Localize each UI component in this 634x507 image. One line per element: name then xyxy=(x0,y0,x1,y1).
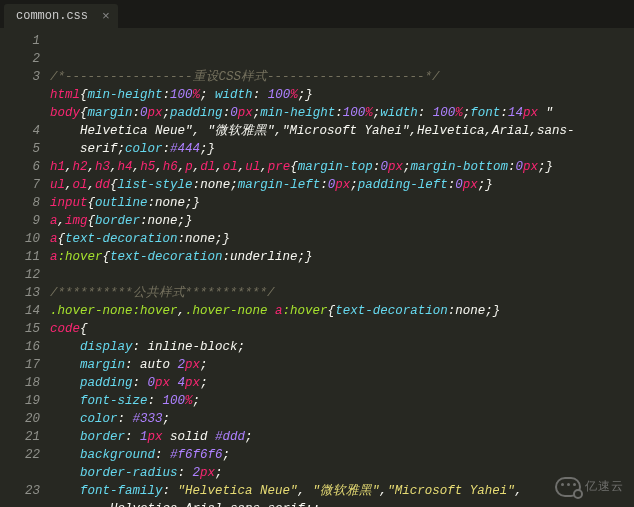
token: 0 xyxy=(380,160,388,174)
token: { xyxy=(80,88,88,102)
token: % xyxy=(185,394,193,408)
token: background xyxy=(80,448,155,462)
token: margin xyxy=(88,106,133,120)
code-line[interactable]: margin: auto 2px; xyxy=(50,356,634,374)
code-line[interactable]: ul,ol,dd{list-style:none;margin-left:0px… xyxy=(50,176,634,194)
token: .hover-none xyxy=(50,304,133,318)
token xyxy=(50,376,80,390)
token: ; xyxy=(230,178,238,192)
token: 4 xyxy=(178,376,186,390)
tab-title: common.css xyxy=(16,9,88,23)
token: % xyxy=(290,88,298,102)
code-line[interactable]: Helvetica,Arial,sans-serif;; xyxy=(50,500,634,507)
token: px xyxy=(463,178,478,192)
token: none xyxy=(455,304,485,318)
token: margin-bottom xyxy=(410,160,508,174)
tab-common-css[interactable]: common.css × xyxy=(4,4,118,28)
code-line[interactable]: padding: 0px 4px; xyxy=(50,374,634,392)
token: px xyxy=(155,376,170,390)
token: ul xyxy=(50,178,65,192)
token: h1 xyxy=(50,160,65,174)
code-line[interactable]: code{ xyxy=(50,320,634,338)
token: h3 xyxy=(95,160,110,174)
token: 2 xyxy=(178,358,186,372)
line-number: 14 xyxy=(0,302,40,320)
token: list-style xyxy=(118,178,193,192)
code-line[interactable]: .hover-none:hover,.hover-none a:hover{te… xyxy=(50,302,634,320)
line-number: 11 xyxy=(0,248,40,266)
token: : xyxy=(223,250,231,264)
token: margin xyxy=(80,358,125,372)
token: #444 xyxy=(170,142,200,156)
code-line[interactable]: /**********公共样式***********/ xyxy=(50,284,634,302)
code-line[interactable]: display: inline-block; xyxy=(50,338,634,356)
code-line[interactable]: font-size: 100%; xyxy=(50,392,634,410)
token: color xyxy=(80,412,118,426)
token: #333 xyxy=(133,412,163,426)
watermark-text: 亿速云 xyxy=(585,478,624,496)
code-area[interactable]: /*-----------------重设CSS样式--------------… xyxy=(50,28,634,507)
token: border xyxy=(80,430,125,444)
token: px xyxy=(185,376,200,390)
line-number: 18 xyxy=(0,374,40,392)
close-icon[interactable]: × xyxy=(102,10,110,23)
token: : xyxy=(320,178,328,192)
token: : xyxy=(148,394,163,408)
token: padding xyxy=(80,376,133,390)
token: font-family xyxy=(80,484,163,498)
token: text-decoration xyxy=(65,232,178,246)
token: { xyxy=(80,322,88,336)
token: px xyxy=(523,106,538,120)
token: 100 xyxy=(170,88,193,102)
line-number: 20 xyxy=(0,410,40,428)
token: : xyxy=(118,412,133,426)
code-line[interactable]: input{outline:none;} xyxy=(50,194,634,212)
token: dl xyxy=(200,160,215,174)
token: #ddd xyxy=(215,430,245,444)
line-number: 17 xyxy=(0,356,40,374)
code-line[interactable] xyxy=(50,266,634,284)
token: { xyxy=(88,196,96,210)
code-line[interactable]: h1,h2,h3,h4,h5,h6,p,dl,ol,ul,pre{margin-… xyxy=(50,158,634,176)
token: : xyxy=(133,340,148,354)
code-line[interactable]: a{text-decoration:none;} xyxy=(50,230,634,248)
token: none xyxy=(200,178,230,192)
code-line[interactable]: border: 1px solid #ddd; xyxy=(50,428,634,446)
code-line[interactable]: /*-----------------重设CSS样式--------------… xyxy=(50,68,634,86)
token: 0 xyxy=(515,160,523,174)
token xyxy=(268,304,276,318)
line-number: 10 xyxy=(0,230,40,248)
code-line[interactable]: border-radius: 2px; xyxy=(50,464,634,482)
token: % xyxy=(193,88,201,102)
token: 100 xyxy=(433,106,456,120)
token: px xyxy=(148,106,163,120)
token: font xyxy=(470,106,500,120)
code-line[interactable]: font-family: "Helvetica Neue", "微软雅黑","M… xyxy=(50,482,634,500)
token: img xyxy=(65,214,88,228)
code-line[interactable]: html{min-height:100%; width: 100%;} xyxy=(50,86,634,104)
line-number: 2 xyxy=(0,50,40,68)
token: inline-block xyxy=(148,340,238,354)
code-line[interactable]: background: #f6f6f6; xyxy=(50,446,634,464)
token: : xyxy=(500,106,508,120)
token: ; xyxy=(200,376,208,390)
line-number: 1 xyxy=(0,32,40,50)
token: : xyxy=(163,88,171,102)
token xyxy=(50,430,80,444)
token: a xyxy=(50,214,58,228)
token: : xyxy=(140,214,148,228)
token: px xyxy=(335,178,350,192)
code-line[interactable]: a:hover{text-decoration:underline;} xyxy=(50,248,634,266)
code-line[interactable]: body{margin:0px;padding:0px;min-height:1… xyxy=(50,104,634,122)
gutter: 1234567891011121314151617181920212223 xyxy=(0,28,50,507)
code-line[interactable]: color: #333; xyxy=(50,410,634,428)
code-line[interactable]: a,img{border:none;} xyxy=(50,212,634,230)
token: .hover-none xyxy=(185,304,268,318)
line-number: 21 xyxy=(0,428,40,446)
token: , xyxy=(88,178,96,192)
token: px xyxy=(185,358,200,372)
code-line[interactable]: Helvetica Neue", "微软雅黑","Microsoft Yahei… xyxy=(50,122,634,140)
line-number: 5 xyxy=(0,140,40,158)
token: code xyxy=(50,322,80,336)
code-line[interactable]: serif;color:#444;} xyxy=(50,140,634,158)
